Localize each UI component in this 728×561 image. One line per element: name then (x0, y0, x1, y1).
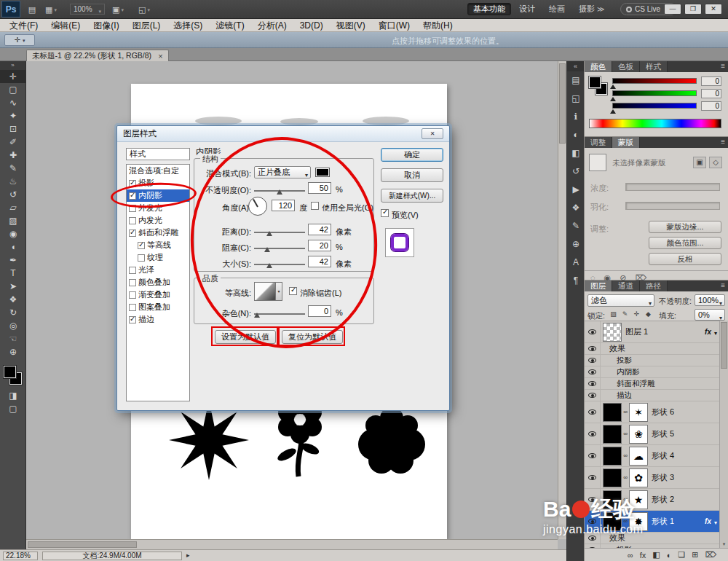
fx-expand-icon[interactable] (714, 328, 717, 337)
workspace-overflow-icon[interactable]: ≫ (597, 5, 604, 13)
zoom-percentage[interactable]: 22.18% (3, 552, 38, 560)
style-item[interactable]: 斜面和浮雕 (127, 227, 189, 239)
move-tool[interactable]: ✛ (0, 70, 26, 83)
visibility-toggle[interactable] (585, 321, 601, 342)
layer-thumbnail[interactable] (603, 403, 622, 422)
layer-row[interactable]: 斜面和浮雕 fx (585, 378, 720, 390)
layer-name[interactable]: 图层 1 (625, 326, 648, 337)
horizontal-scrollbar[interactable] (26, 539, 558, 549)
navigator-panel-icon[interactable]: ◱ (567, 90, 585, 108)
quick-selection-tool[interactable]: ✦ (0, 109, 26, 122)
lock-transparent-icon[interactable]: ▨ (609, 310, 617, 318)
ok-button[interactable]: 确定 (381, 148, 443, 162)
adjustment-layer-icon[interactable]: ◐ (667, 551, 672, 560)
style-checkbox-icon[interactable] (129, 267, 136, 274)
vector-mask-thumbnail[interactable]: ✿ (629, 468, 648, 487)
blue-slider-thumb[interactable] (610, 109, 616, 114)
layer-name[interactable]: 描边 (617, 391, 632, 401)
bridge-icon[interactable]: ▤ (25, 4, 39, 15)
layer-row[interactable]: ✶ 形状 6 fx (585, 401, 720, 423)
healing-brush-tool[interactable]: ✚ (0, 149, 26, 162)
dodge-tool[interactable]: ◖ (0, 240, 26, 254)
style-item[interactable]: 颜色叠加 (127, 276, 189, 289)
visibility-toggle[interactable] (585, 445, 601, 466)
layer-row[interactable]: ❀ 形状 5 fx (585, 423, 720, 445)
menu-filter[interactable]: 滤镜(T) (209, 19, 250, 31)
view-extras-icon[interactable]: ▦ (44, 4, 58, 15)
adjustments-panel-icon[interactable]: ◐ (567, 126, 585, 144)
menu-select[interactable]: 选择(S) (167, 19, 209, 31)
actions-panel-icon[interactable]: ▶ (567, 181, 585, 199)
restore-button[interactable]: ❐ (684, 4, 702, 15)
lock-pixels-icon[interactable]: ✎ (621, 310, 629, 318)
panel-tab[interactable]: 样式 (640, 61, 668, 72)
layer-row[interactable]: ✿ 形状 3 fx (585, 467, 720, 489)
visibility-toggle[interactable] (585, 378, 601, 389)
mask-edge-button[interactable]: 蒙版边缘... (649, 221, 721, 233)
lock-position-icon[interactable]: ✛ (633, 310, 641, 318)
panel-tab[interactable]: 通道 (612, 280, 640, 291)
menu-image[interactable]: 图像(I) (87, 19, 125, 31)
panel-menu-icon[interactable]: ≡ (721, 62, 725, 70)
info-panel-icon[interactable]: ℹ (567, 108, 585, 126)
path-selection-tool[interactable]: ➤ (0, 280, 26, 293)
layer-row[interactable]: 描边 fx (585, 390, 720, 401)
vertical-scrollbar-thumb[interactable] (559, 63, 566, 144)
layer-name[interactable]: 形状 6 (652, 407, 674, 417)
red-value[interactable]: 0 (701, 76, 721, 86)
layer-name[interactable]: 投影 (617, 356, 632, 366)
arrange-documents-icon[interactable]: ▣ (111, 4, 125, 15)
menu-layer[interactable]: 图层(L) (126, 19, 167, 31)
quick-mask-button[interactable]: ◨ (0, 389, 26, 402)
layer-thumbnail[interactable] (603, 468, 622, 487)
lasso-tool[interactable]: ∿ (0, 96, 26, 109)
visibility-toggle[interactable] (585, 355, 601, 366)
color-spectrum-bar[interactable] (589, 119, 721, 128)
red-slider-thumb[interactable] (610, 85, 616, 89)
add-pixel-mask-button[interactable]: ▣ (693, 157, 706, 168)
workspace-button[interactable]: 基本功能 (467, 3, 511, 15)
new-group-icon[interactable]: ❏ (678, 550, 685, 560)
visibility-toggle[interactable] (585, 423, 601, 444)
style-checkbox-icon[interactable] (129, 316, 136, 323)
masks-panel-icon[interactable]: ◧ (567, 144, 585, 162)
blue-slider[interactable] (612, 103, 697, 109)
layer-name[interactable]: 形状 2 (652, 494, 674, 505)
layer-name[interactable]: 内阴影 (617, 367, 640, 377)
layer-row[interactable]: ☁ 形状 4 fx (585, 445, 720, 467)
panel-menu-icon[interactable]: ≡ (721, 281, 725, 289)
paragraph-panel-icon[interactable]: ¶ (567, 272, 585, 290)
color-range-button[interactable]: 颜色范围... (649, 237, 721, 249)
style-item[interactable]: 纹理 (127, 251, 189, 264)
histogram-panel-icon[interactable]: ▤ (567, 71, 585, 90)
style-checkbox-icon[interactable] (138, 242, 145, 249)
blur-tool[interactable]: ◉ (0, 227, 26, 240)
layer-row[interactable]: 图层 1 fx (585, 321, 720, 343)
menu-3d[interactable]: 3D(D) (293, 19, 330, 31)
panel-tab[interactable]: 路径 (640, 280, 668, 291)
marquee-tool[interactable]: ▢ (0, 83, 26, 96)
invert-button[interactable]: 反相 (649, 253, 721, 265)
new-style-button[interactable]: 新建样式(W)... (381, 189, 443, 203)
vector-mask-thumbnail[interactable]: ✶ (629, 403, 648, 422)
blue-value[interactable]: 0 (701, 101, 721, 111)
zoom-level-control[interactable]: 100% (70, 4, 105, 15)
3d-orbit-tool[interactable]: ◎ (0, 319, 26, 332)
layer-thumbnail[interactable] (603, 425, 622, 444)
style-item[interactable]: 图案叠加 (127, 301, 189, 313)
status-menu-icon[interactable]: ▸ (186, 552, 190, 559)
menu-help[interactable]: 帮助(H) (416, 19, 459, 31)
gradient-tool[interactable]: ▨ (0, 214, 26, 227)
style-item[interactable]: 等高线 (127, 239, 189, 251)
visibility-toggle[interactable] (585, 390, 601, 401)
brush-tool[interactable]: ✎ (0, 162, 26, 175)
green-slider[interactable] (612, 90, 697, 96)
add-vector-mask-button[interactable]: ◇ (709, 157, 722, 168)
layer-row[interactable]: 内阴影 fx (585, 366, 720, 378)
type-tool[interactable]: T (0, 267, 26, 280)
minimize-button[interactable]: — (664, 4, 681, 15)
dialog-close-button[interactable]: ✕ (422, 128, 443, 139)
layer-row[interactable]: 投影 fx (585, 355, 720, 366)
foreground-swatch[interactable] (589, 76, 601, 88)
brush-panel-icon[interactable]: ✎ (567, 217, 585, 235)
